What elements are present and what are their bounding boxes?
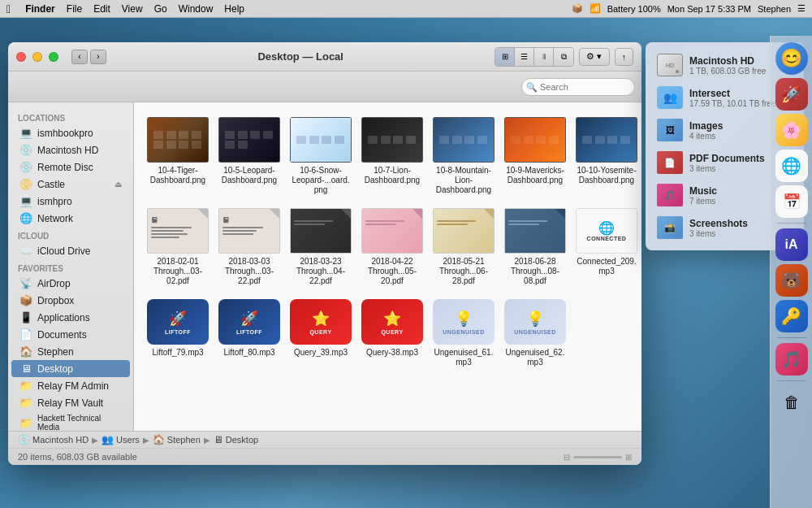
- sidebar-item-network[interactable]: 🌐 Network: [11, 210, 130, 227]
- file-name: 10-5-Leopard-Dashboard.png: [222, 166, 277, 185]
- sidebar-item-icloud-drive[interactable]: ☁️ iCloud Drive: [11, 242, 130, 259]
- sidebar-item-castle[interactable]: 📀 Castle ⏏: [11, 176, 130, 193]
- menubar-wifi-icon[interactable]: 📶: [590, 3, 601, 14]
- view-menu[interactable]: View: [122, 3, 143, 15]
- desktop-icon: 🖥: [19, 363, 32, 375]
- music-icon: 🎵: [781, 350, 801, 369]
- dock-music[interactable]: 🎵: [775, 343, 808, 376]
- dock-bear[interactable]: 🐻: [775, 264, 808, 297]
- ia-writer-icon: iA: [785, 237, 798, 252]
- stephen-breadcrumb-icon: 🏠: [153, 434, 165, 445]
- sidebar-item-hackett[interactable]: 📁 Hackett Technical Media: [11, 411, 130, 431]
- item-count-status: 20 items, 608.03 GB available: [18, 452, 137, 462]
- window-menu[interactable]: Window: [179, 3, 214, 15]
- dock-photos[interactable]: 🌸: [775, 114, 808, 146]
- dock-trash[interactable]: 🗑: [775, 386, 808, 419]
- breadcrumb-users[interactable]: 👥 Users: [102, 434, 140, 445]
- sidebar: Locations 💻 ismhbookpro 💿 Macintosh HD 💿…: [8, 102, 134, 431]
- file-item[interactable]: 10-4-Tiger-Dashboard.png: [144, 112, 212, 200]
- breadcrumb-sep: ▶: [92, 436, 98, 445]
- sidebar-item-airdrop[interactable]: 📡 AirDrop: [11, 275, 130, 292]
- cloud-icon: ☁️: [19, 245, 32, 257]
- sidebar-item-dropbox[interactable]: 📦 Dropbox: [11, 292, 130, 309]
- people-icon: 👥: [657, 86, 683, 109]
- cover-flow-button[interactable]: ⧉: [554, 48, 573, 66]
- share-button[interactable]: ↑: [615, 48, 634, 66]
- file-item[interactable]: 10-7-Lion-Dashboard.png: [358, 112, 426, 200]
- maximize-button[interactable]: [49, 52, 58, 62]
- dock-1password[interactable]: 🔑: [775, 300, 808, 332]
- menubar-user[interactable]: Stephen: [758, 4, 791, 14]
- chrome-icon: 🌐: [781, 156, 801, 176]
- eject-button[interactable]: ⏏: [114, 180, 122, 189]
- slider-min-icon: ⊟: [564, 453, 570, 462]
- file-item[interactable]: ⭐ QUERY Query-38.mp3: [358, 294, 426, 372]
- edit-menu[interactable]: Edit: [93, 3, 110, 15]
- breadcrumb-stephen[interactable]: 🏠 Stephen: [153, 434, 201, 445]
- list-view-button[interactable]: ☰: [515, 48, 534, 66]
- sidebar-item-ismhpro[interactable]: 💻 ismhpro: [11, 193, 130, 210]
- file-item[interactable]: 2018-03-23 Through...04-22.pdf: [287, 203, 355, 291]
- file-item[interactable]: 10-10-Yosemite-Dashboard.png: [572, 112, 641, 200]
- bear-icon: 🐻: [781, 271, 801, 290]
- sidebar-item-remote-disc[interactable]: 💿 Remote Disc: [11, 158, 130, 176]
- file-item[interactable]: 🚀 LIFTOFF Liftoff_80.mp3: [215, 294, 283, 372]
- sidebar-item-relay-fm-vault[interactable]: 📁 Relay FM Vault: [11, 394, 130, 411]
- file-item[interactable]: 10-9-Mavericks-Dashboard.png: [501, 112, 569, 200]
- back-button[interactable]: ‹: [71, 50, 88, 64]
- sidebar-item-ismhbookpro[interactable]: 💻 ismhbookpro: [11, 124, 130, 141]
- column-view-button[interactable]: ⫴: [534, 48, 554, 66]
- close-button[interactable]: [16, 52, 26, 62]
- file-item[interactable]: 📓 2018-03-03 Through...03-22.pdf: [215, 203, 283, 291]
- file-item[interactable]: 💡 UNGENUISED Ungenuised_62.mp3: [501, 294, 569, 372]
- search-input[interactable]: [521, 78, 635, 96]
- file-item[interactable]: 🚀 LIFTOFF Liftoff_79.mp3: [144, 294, 212, 372]
- search-wrap: 🔍: [521, 78, 635, 96]
- minimize-button[interactable]: [32, 52, 42, 62]
- apple-menu[interactable]: : [6, 2, 11, 15]
- dock-calendar[interactable]: 📅: [775, 185, 808, 218]
- breadcrumb-sep-3: ▶: [204, 436, 210, 445]
- sidebar-item-documents[interactable]: 📄 Documents: [11, 326, 130, 343]
- sidebar-item-macintosh-hd[interactable]: 💿 Macintosh HD: [11, 141, 130, 158]
- file-item[interactable]: ⭐ QUERY Query_39.mp3: [287, 294, 355, 372]
- volume-screenshots-icon-wrap: 📸: [657, 216, 683, 239]
- file-item[interactable]: 📓 2018-02-01 Through...03-02.pdf: [144, 203, 212, 291]
- file-item[interactable]: 🌐 CONNECTED Connected_209.mp3: [572, 203, 641, 291]
- file-item[interactable]: 10-8-Mountain-Lion-Dashboard.png: [430, 112, 498, 200]
- view-mode-buttons: ⊞ ☰ ⫴ ⧉: [495, 47, 574, 67]
- dock-launchpad[interactable]: 🚀: [775, 78, 808, 111]
- arrange-button[interactable]: ⚙ ▾: [579, 48, 609, 66]
- sidebar-item-applications[interactable]: 📱 Applications: [11, 309, 130, 326]
- file-name: 2018-03-03 Through...03-22.pdf: [218, 257, 280, 286]
- menubar-dropbox-icon[interactable]: 📦: [572, 3, 583, 14]
- file-menu[interactable]: File: [67, 3, 82, 15]
- file-thumbnail: [290, 208, 352, 254]
- menubar-notification-icon[interactable]: ☰: [797, 3, 806, 14]
- dock-finder[interactable]: 😊: [775, 42, 808, 75]
- app-name-menu[interactable]: Finder: [25, 3, 55, 15]
- file-item[interactable]: 2018-06-28 Through...08-08.pdf: [501, 203, 569, 291]
- desktop-breadcrumb-icon: 🖥: [214, 434, 223, 445]
- help-menu[interactable]: Help: [224, 3, 244, 15]
- go-menu[interactable]: Go: [154, 3, 167, 15]
- folder-icon-3: 📁: [19, 417, 32, 429]
- file-item[interactable]: 10-6-Snow-Leopard-...oard.png: [287, 112, 355, 200]
- sidebar-item-stephen[interactable]: 🏠 Stephen: [11, 343, 130, 360]
- file-item[interactable]: 10-5-Leopard-Dashboard.png: [215, 112, 283, 200]
- dock-chrome[interactable]: 🌐: [775, 150, 808, 182]
- file-item[interactable]: 2018-05-21 Through...06-28.pdf: [430, 203, 498, 291]
- size-slider[interactable]: [573, 456, 622, 458]
- sidebar-item-desktop[interactable]: 🖥 Desktop: [11, 360, 130, 377]
- dock-ia-writer[interactable]: iA: [775, 228, 808, 261]
- icon-view-button[interactable]: ⊞: [495, 48, 515, 66]
- breadcrumb-macintosh-hd[interactable]: 💿 Macintosh HD: [18, 434, 89, 445]
- file-item[interactable]: 💡 UNGENUISED Ungenuised_61.mp3: [430, 294, 498, 372]
- images-folder-icon: 🖼: [657, 119, 683, 141]
- disc-icon: 💿: [19, 161, 32, 173]
- forward-button[interactable]: ›: [90, 50, 106, 64]
- hd-drive-icon: HD: [657, 54, 683, 76]
- file-item[interactable]: 2018-04-22 Through...05-20.pdf: [358, 203, 426, 291]
- breadcrumb-desktop[interactable]: 🖥 Desktop: [214, 434, 258, 445]
- sidebar-item-relay-fm-admin[interactable]: 📁 Relay FM Admin: [11, 377, 130, 394]
